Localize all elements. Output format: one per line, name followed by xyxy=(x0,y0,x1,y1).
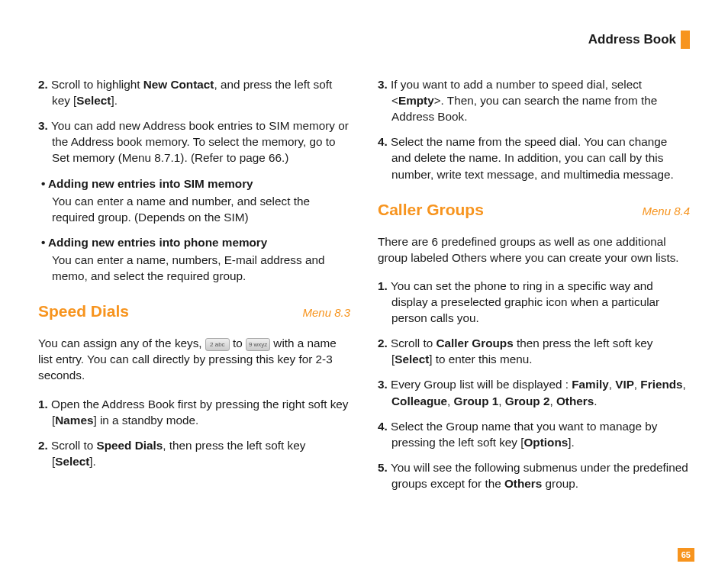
speed-step-2: 2. Scroll to Speed Dials, then press the… xyxy=(38,437,350,469)
key-2-icon: 2 abc xyxy=(205,338,230,351)
section-menu-ref: Menu 8.3 xyxy=(302,305,350,321)
step-3: 3. You can add new Address book entries … xyxy=(38,118,350,166)
speed-dials-intro: You can assign any of the keys, 2 abc to… xyxy=(38,335,350,383)
section-title: Caller Groups xyxy=(378,199,484,221)
step-2: 2. Scroll to highlight New Contact, and … xyxy=(38,76,350,108)
bullet-sim-memory: Adding new entries into SIM memory xyxy=(38,176,350,192)
page-header: Address Book xyxy=(38,31,690,49)
sub-phone-memory: You can enter a name, numbers, E-mail ad… xyxy=(38,252,350,284)
speed-step-4: 4. Select the name from the speed dial. … xyxy=(378,134,690,182)
bullet-phone-memory: Adding new entries into phone memory xyxy=(38,234,350,250)
caller-step-1: 1. You can set the phone to ring in a sp… xyxy=(378,278,690,326)
content-columns: 2. Scroll to highlight New Contact, and … xyxy=(38,76,690,501)
section-menu-ref: Menu 8.4 xyxy=(642,204,690,220)
caller-groups-intro: There are 6 predefined groups as well as… xyxy=(378,234,690,266)
speed-step-1: 1. Open the Address Book first by pressi… xyxy=(38,396,350,428)
caller-step-3: 3. Every Group list will be displayed : … xyxy=(378,376,690,408)
page-number: 65 xyxy=(678,548,694,562)
manual-page: Address Book 2. Scroll to highlight New … xyxy=(0,0,728,583)
heading-speed-dials: Speed Dials Menu 8.3 xyxy=(38,301,350,323)
header-title: Address Book xyxy=(588,32,676,47)
caller-step-5: 5. You will see the following submenus u… xyxy=(378,459,690,491)
left-column: 2. Scroll to highlight New Contact, and … xyxy=(38,76,350,501)
heading-caller-groups: Caller Groups Menu 8.4 xyxy=(378,199,690,221)
caller-step-4: 4. Select the Group name that you want t… xyxy=(378,418,690,450)
section-title: Speed Dials xyxy=(38,301,129,323)
header-accent-bar xyxy=(681,31,690,49)
caller-step-2: 2. Scroll to Caller Groups then press th… xyxy=(378,335,690,367)
right-column: 3. If you want to add a number to speed … xyxy=(378,76,690,501)
sub-sim-memory: You can enter a name and number, and sel… xyxy=(38,193,350,225)
key-9-icon: 9 wxyz xyxy=(246,338,270,351)
speed-step-3: 3. If you want to add a number to speed … xyxy=(378,76,690,124)
